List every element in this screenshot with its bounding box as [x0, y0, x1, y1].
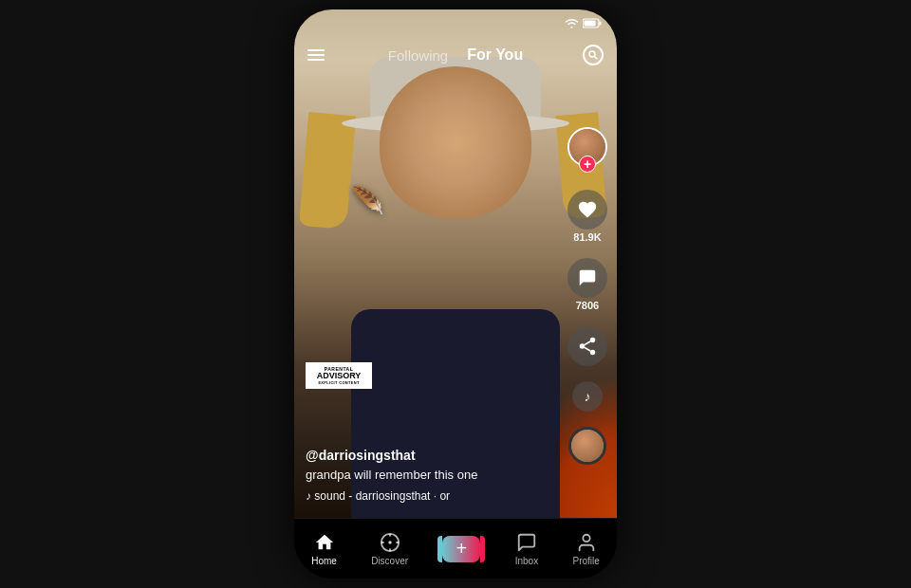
- comment-count: 7806: [576, 300, 599, 311]
- like-count: 81.9K: [573, 231, 601, 243]
- nav-inbox[interactable]: Inbox: [515, 532, 538, 566]
- nav-discover[interactable]: Discover: [371, 532, 408, 566]
- wifi-icon: [565, 17, 579, 28]
- battery-icon: [583, 18, 602, 28]
- disc-avatar: [568, 427, 606, 465]
- svg-line-5: [585, 347, 590, 351]
- tab-following[interactable]: Following: [388, 47, 448, 64]
- svg-rect-1: [600, 21, 602, 25]
- bottom-nav: Home Discover + Inbox: [294, 518, 617, 579]
- svg-point-8: [389, 542, 391, 543]
- nav-home[interactable]: Home: [311, 532, 337, 566]
- discover-label: Discover: [371, 556, 408, 566]
- creator-avatar-item[interactable]: +: [567, 127, 607, 167]
- home-label: Home: [311, 556, 337, 566]
- comment-action[interactable]: 7806: [567, 258, 607, 311]
- creator-username[interactable]: @darriosingsthat: [306, 448, 550, 463]
- profile-icon: [576, 532, 597, 553]
- advisory-main: ADVISORY: [317, 372, 362, 380]
- nav-create[interactable]: +: [442, 536, 480, 562]
- inbox-icon: [516, 532, 537, 553]
- hamburger-menu[interactable]: [307, 49, 325, 61]
- create-button[interactable]: +: [442, 536, 480, 562]
- phone: 🪶 Following For You: [294, 9, 617, 579]
- svg-point-13: [583, 534, 589, 541]
- tab-foryou[interactable]: For You: [467, 46, 523, 64]
- advisory-label: PARENTAL ADVISORY EXPLICIT CONTENT: [306, 362, 372, 389]
- video-caption: grandpa will remember this one: [306, 467, 550, 484]
- hamburger-line-3: [307, 59, 325, 61]
- bird-decoration: 🪶: [351, 185, 384, 216]
- status-bar: [294, 9, 617, 36]
- hair-left: [299, 112, 356, 230]
- hamburger-line-1: [307, 49, 325, 51]
- share-button[interactable]: [567, 326, 607, 366]
- disc-avatar-item[interactable]: [568, 427, 606, 465]
- search-button[interactable]: [583, 45, 604, 65]
- advisory-sub: EXPLICIT CONTENT: [318, 380, 359, 385]
- profile-label: Profile: [572, 556, 599, 566]
- like-button[interactable]: [567, 190, 607, 230]
- svg-rect-2: [585, 20, 596, 26]
- face: [380, 66, 531, 218]
- like-action[interactable]: 81.9K: [567, 190, 607, 243]
- follow-plus-button[interactable]: +: [579, 156, 596, 173]
- svg-line-6: [585, 341, 590, 345]
- plus-icon: +: [456, 538, 468, 560]
- nav-profile[interactable]: Profile: [572, 532, 599, 566]
- hamburger-line-2: [307, 54, 325, 56]
- sound-row[interactable]: ♪ sound - darriosingsthat · or: [306, 489, 550, 503]
- heart-icon: [577, 199, 598, 220]
- share-icon: [577, 336, 598, 357]
- home-icon: [314, 532, 335, 553]
- share-action[interactable]: [567, 326, 607, 366]
- sound-text: ♪ sound - darriosingsthat · or: [306, 489, 450, 503]
- svg-line-4: [595, 57, 598, 60]
- search-icon: [588, 50, 598, 60]
- right-actions: + 81.9K 7806: [567, 127, 607, 465]
- top-nav: Following For You: [294, 36, 617, 74]
- sound-disc-action[interactable]: ♪: [572, 381, 603, 412]
- status-icons: [565, 17, 602, 28]
- comment-icon: [577, 267, 598, 288]
- discover-icon: [380, 532, 400, 553]
- inbox-label: Inbox: [515, 556, 538, 566]
- comment-button[interactable]: [567, 258, 607, 298]
- sound-note-icon: ♪: [572, 381, 603, 412]
- video-info: @darriosingsthat grandpa will remember t…: [306, 448, 550, 503]
